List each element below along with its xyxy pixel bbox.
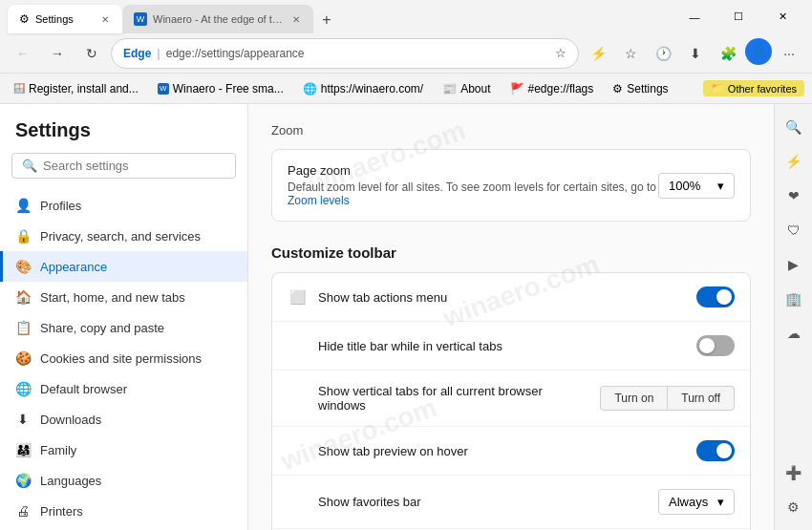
sidebar-item-appearance[interactable]: 🎨 Appearance [0,251,247,282]
hide-title-bar-row: Hide title bar while in vertical tabs [272,322,750,371]
sidebar-item-family[interactable]: 👨‍👩‍👧 Family [0,435,247,465]
fav-flags-icon: 🚩 [510,82,524,95]
tab-winaero[interactable]: W Winaero - At the edge of tweaks:: ✕ [122,5,313,33]
search-input[interactable] [43,159,225,173]
sidebar-item-printers[interactable]: 🖨 Printers [0,496,247,526]
show-tab-preview-knob [716,443,732,458]
new-tab-button[interactable]: + [313,7,340,33]
fav-register[interactable]: 🪟 Register, install and... [8,80,144,97]
hide-title-bar-knob [699,338,715,353]
vertical-tabs-btn-group: Turn on Turn off [600,386,735,411]
settings-tab-close[interactable]: ✕ [99,12,111,27]
sidebar-item-default[interactable]: 🌐 Default browser [0,373,247,404]
show-favorites-bar-label: Show favorites bar [318,495,647,509]
address-bar[interactable]: Edge | edge://settings/appearance ☆ [111,38,579,69]
sidebar-item-languages[interactable]: 🌍 Languages [0,465,247,496]
share-label: Share, copy and paste [40,321,164,335]
hide-title-bar-toggle[interactable] [696,335,735,356]
hide-title-bar-label: Hide title bar while in vertical tabs [318,339,685,353]
favorites-icon[interactable]: ☆ [615,38,646,69]
fav-winaero-icon: W [158,83,169,95]
sidebar-item-profiles[interactable]: 👤 Profiles [0,190,247,221]
profiles-label: Profiles [40,199,81,213]
fav-register-icon: 🪟 [13,83,25,94]
favorites-bar-dropdown[interactable]: Always ▾ [658,489,735,515]
close-button[interactable]: ✕ [760,2,804,32]
show-tab-preview-row: Show tab preview on hover [272,427,750,476]
fav-settings[interactable]: ⚙ Settings [607,80,673,97]
fav-winaero[interactable]: W Winaero - Free sma... [152,80,289,97]
sidebar-item-downloads[interactable]: ⬇ Downloads [0,404,247,435]
content-area: winaero.com winaero.com winaero.com Zoom… [248,104,774,530]
maximize-button[interactable]: ☐ [716,2,760,32]
fav-about[interactable]: 📰 About [437,80,496,97]
nav-actions: ⚡ ☆ 🕐 ⬇ 🧩 👤 ··· [583,38,804,69]
tab-group: ⚙ Settings ✕ W Winaero - At the edge of … [8,0,669,33]
start-label: Start, home, and new tabs [40,290,185,305]
other-favorites-folder[interactable]: 📁 Other favorites [703,80,804,96]
zoom-section-title: Zoom [271,123,751,138]
right-search-icon[interactable]: 🔍 [779,112,809,142]
downloads-icon[interactable]: ⬇ [680,38,711,69]
extensions-icon[interactable]: 🧩 [713,38,743,69]
show-vertical-tabs-label: Show vertical tabs for all current brows… [318,384,588,413]
languages-label: Languages [40,474,101,488]
nav-bar: ← → ↻ Edge | edge://settings/appearance … [0,33,812,74]
appearance-icon: 🎨 [15,259,31,274]
right-heart-icon[interactable]: ❤ [779,180,809,211]
fav-flags[interactable]: 🚩 #edge://flags [504,80,600,97]
page-zoom-dropdown[interactable]: 100% ▾ [658,173,735,199]
right-settings-icon[interactable]: ⚙ [779,492,809,522]
zoom-desc: Default zoom level for all sites. To see… [288,180,658,207]
sidebar-item-privacy[interactable]: 🔒 Privacy, search, and services [0,221,247,251]
winaero-tab-close[interactable]: ✕ [290,12,302,27]
back-button[interactable]: ← [8,38,38,69]
privacy-label: Privacy, search, and services [40,229,201,244]
right-shield-icon[interactable]: 🛡 [779,215,809,245]
turn-off-button[interactable]: Turn off [668,386,735,411]
sidebar-item-cookies[interactable]: 🍪 Cookies and site permissions [0,343,247,373]
main-layout: Settings 🔍 👤 Profiles 🔒 Privacy, search,… [0,104,812,530]
history-icon[interactable]: 🕐 [648,38,678,69]
sidebar: Settings 🔍 👤 Profiles 🔒 Privacy, search,… [0,104,248,530]
fav-about-label: About [460,82,490,95]
cookies-label: Cookies and site permissions [40,351,202,366]
start-icon: 🏠 [15,289,31,305]
zoom-link[interactable]: Zoom levels [288,194,350,207]
winaero-tab-title: Winaero - At the edge of tweaks:: [153,13,285,25]
fav-flags-label: #edge://flags [528,82,594,95]
show-tab-actions-toggle[interactable] [696,286,735,307]
collections-icon[interactable]: ⚡ [583,38,613,69]
refresh-button[interactable]: ↻ [76,38,107,69]
sidebar-item-share[interactable]: 📋 Share, copy and paste [0,312,247,343]
title-bar: ⚙ Settings ✕ W Winaero - At the edge of … [0,0,812,33]
star-icon[interactable]: ☆ [555,46,566,60]
fav-https[interactable]: 🌐 https://winaero.com/ [297,80,429,97]
printers-icon: 🖨 [15,503,31,519]
right-add-icon[interactable]: ➕ [779,457,809,488]
fav-winaero-label: Winaero - Free sma... [173,82,284,95]
show-tab-preview-toggle[interactable] [696,440,735,461]
fav-https-label: https://winaero.com/ [321,82,423,95]
right-play-icon[interactable]: ▶ [779,249,809,280]
minimize-button[interactable]: — [673,2,716,32]
profile-icon[interactable]: 👤 [745,38,772,65]
forward-button[interactable]: → [42,38,73,69]
favorites-bar-value: Always [669,495,708,509]
downloads-icon: ⬇ [15,412,31,427]
zoom-label-group: Page zoom Default zoom level for all sit… [288,163,658,207]
address-separator: | [157,46,160,60]
fav-https-icon: 🌐 [303,82,317,95]
show-tab-actions-knob [716,289,732,305]
search-box[interactable]: 🔍 [11,153,236,179]
right-cloud-icon[interactable]: ☁ [779,318,809,349]
default-icon: 🌐 [15,381,31,396]
turn-on-button[interactable]: Turn on [600,386,668,411]
sidebar-item-system[interactable]: 💻 System and performance [0,526,247,530]
right-collections-icon[interactable]: ⚡ [779,146,809,177]
tab-settings[interactable]: ⚙ Settings ✕ [8,5,122,33]
right-office-icon[interactable]: 🏢 [779,284,809,314]
family-icon: 👨‍👩‍👧 [15,442,31,457]
sidebar-item-start[interactable]: 🏠 Start, home, and new tabs [0,282,247,312]
settings-more-icon[interactable]: ··· [774,38,804,69]
